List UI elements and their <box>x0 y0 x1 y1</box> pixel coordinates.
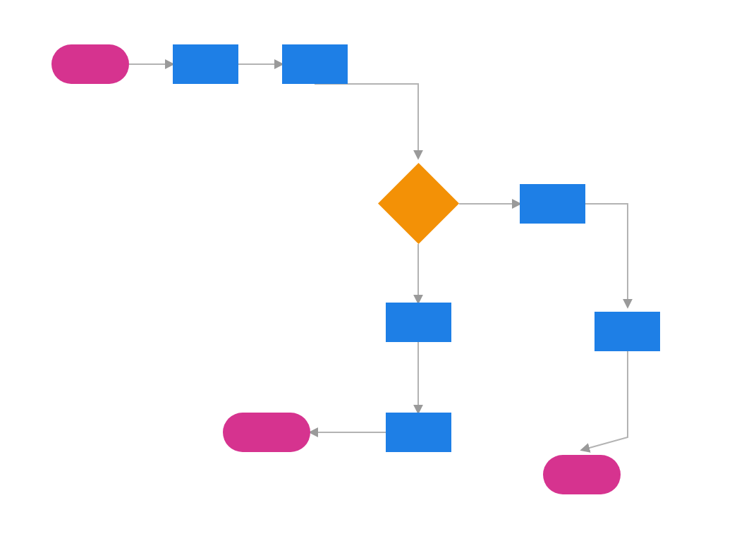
decision-node-n4[interactable] <box>378 163 459 244</box>
terminator-node-n10[interactable] <box>223 413 310 452</box>
process-node-n6[interactable] <box>595 312 660 351</box>
svg-rect-6 <box>543 455 621 494</box>
svg-rect-2 <box>282 44 348 84</box>
process-node-n5[interactable] <box>520 184 585 224</box>
flowchart-canvas <box>0 0 756 536</box>
process-node-n9[interactable] <box>386 413 451 452</box>
process-node-n2[interactable] <box>173 44 238 84</box>
terminator-node-n7[interactable] <box>543 455 621 494</box>
svg-rect-0 <box>51 44 129 84</box>
svg-marker-3 <box>378 163 459 244</box>
svg-rect-8 <box>386 413 451 452</box>
svg-rect-9 <box>223 413 310 452</box>
svg-rect-4 <box>520 184 585 224</box>
svg-rect-1 <box>173 44 238 84</box>
edge-n6-n7 <box>582 351 628 450</box>
process-node-n8[interactable] <box>386 303 451 342</box>
svg-rect-5 <box>595 312 660 351</box>
edge-n5-n6 <box>585 204 628 307</box>
svg-rect-7 <box>386 303 451 342</box>
terminator-node-n1[interactable] <box>51 44 129 84</box>
process-node-n3[interactable] <box>282 44 348 84</box>
edge-n3-n4 <box>315 84 418 158</box>
